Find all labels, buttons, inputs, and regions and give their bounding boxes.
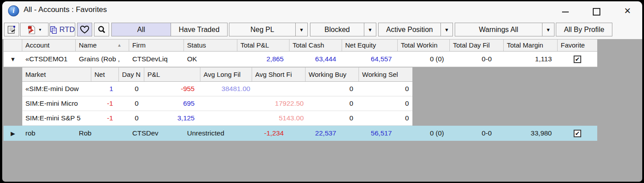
column-header-avg-long-fill[interactable]: Avg Long Fil	[200, 68, 252, 81]
filter-have-traded-button[interactable]: Have Traded	[171, 23, 228, 36]
position-row[interactable]: SIM:E-mini S&P 5 -1 0 3,125 5143.00 0 0	[22, 111, 412, 126]
account-row[interactable]: ▼ «CTSDEMO1 Grains (Rob , CTSDevLiq OK 2…	[4, 52, 597, 67]
accounts-table: Account Name▲ Firm Status Total P&L Tota…	[4, 39, 597, 141]
positions-header-row: Market Net Day N P&L Avg Long Fil Avg Sh…	[22, 67, 412, 82]
cell-pnl: 695	[144, 96, 200, 111]
cell-working-buys: 0	[306, 111, 359, 125]
column-header-total-day-fill[interactable]: Total Day Fil	[450, 40, 504, 51]
cell-day-net: 0	[119, 111, 144, 125]
filter-label: Blocked	[325, 26, 350, 34]
filter-neg-pl-button[interactable]: Neg PL	[229, 23, 296, 36]
filter-label: Have Traded	[179, 26, 220, 34]
cell-avg-short-fill: 17922.50	[252, 96, 306, 111]
column-header-working-sells[interactable]: Working Sel	[359, 68, 412, 81]
filter-label: Neg PL	[250, 26, 274, 34]
cell-net: -1	[91, 111, 119, 125]
column-header-working-buys[interactable]: Working Buy	[306, 68, 359, 81]
cell-net: 1	[91, 82, 119, 96]
cell-favorite: ✔	[558, 126, 597, 141]
column-header-status[interactable]: Status	[184, 40, 237, 51]
filter-label: All	[137, 26, 145, 34]
cell-account: rob	[22, 126, 76, 141]
app-window: i All - Accounts : Favorites ✕ ▾	[2, 1, 642, 182]
filter-blocked-button[interactable]: Blocked	[310, 23, 364, 36]
account-row-selected[interactable]: ▶ rob Rob CTSDev Unrestricted -1,234 22,…	[4, 126, 597, 141]
cell-working-sells: 0	[359, 82, 412, 96]
export-pdf-button[interactable]: ▾	[20, 23, 49, 36]
properties-icon	[7, 25, 16, 34]
filter-neg-pl-dropdown[interactable]: ▼	[295, 23, 308, 36]
cell-total-cash: 63,444	[289, 52, 342, 67]
column-header-total-margin[interactable]: Total Margin	[504, 40, 558, 51]
chevron-down-icon: ▼	[444, 27, 449, 32]
filter-warnings-all-dropdown[interactable]: ▼	[542, 23, 554, 36]
position-row[interactable]: «SIM:E-mini Dow 1 0 -955 38481.00 0 0	[22, 82, 412, 96]
properties-button[interactable]	[4, 23, 19, 36]
chevron-down-icon: ▼	[368, 27, 373, 32]
filter-active-position-button[interactable]: Active Position	[378, 23, 441, 36]
cell-account: «CTSDEMO1	[22, 52, 76, 67]
rtd-label: RTD	[59, 25, 75, 34]
column-header-total-working[interactable]: Total Workin	[398, 40, 450, 51]
row-expander-collapsed[interactable]: ▶	[4, 126, 22, 141]
cell-market: «SIM:E-mini Dow	[22, 82, 91, 96]
cell-avg-short-fill: 5143.00	[252, 111, 306, 125]
filter-label: Warnings All	[479, 26, 518, 34]
window-title: All - Accounts : Favorites	[24, 5, 107, 14]
cell-total-margin: 33,980	[504, 126, 558, 141]
cell-market: SIM:E-mini Micro	[22, 96, 91, 111]
filter-blocked-dropdown[interactable]: ▼	[364, 23, 376, 36]
cell-firm: CTSDev	[129, 126, 184, 141]
cell-status: Unrestricted	[184, 126, 237, 141]
favorite-checkbox[interactable]: ✔	[574, 130, 581, 137]
cell-working-buys: 0	[306, 82, 359, 96]
column-header-total-pnl[interactable]: Total P&L	[237, 40, 289, 51]
favorite-checkbox[interactable]: ✔	[574, 56, 581, 63]
cell-avg-long-fill	[200, 96, 252, 111]
filter-warnings-all-button[interactable]: Warnings All	[455, 23, 542, 36]
column-header-net[interactable]: Net	[91, 68, 119, 81]
row-expander-expanded[interactable]: ▼	[4, 52, 22, 67]
info-icon: i	[8, 5, 19, 16]
heart-icon	[80, 25, 90, 34]
cell-total-day-fill: 0-0	[450, 126, 504, 141]
position-row[interactable]: SIM:E-mini Micro -1 0 695 17922.50 0 0	[22, 96, 412, 111]
search-button[interactable]	[94, 23, 109, 36]
column-header-avg-short-fill[interactable]: Avg Short Fi	[252, 68, 306, 81]
title-bar: i All - Accounts : Favorites ✕	[2, 1, 642, 20]
cell-total-pnl: 2,865	[237, 52, 289, 67]
cell-total-pnl: -1,234	[237, 126, 289, 141]
cell-total-day-fill: 0-0	[450, 52, 504, 67]
rtd-copy-button[interactable]: RTD	[49, 23, 75, 36]
column-header-net-equity[interactable]: Net Equity	[342, 40, 398, 51]
favorites-toggle-button[interactable]	[77, 23, 92, 36]
filter-all-button[interactable]: All	[111, 23, 171, 36]
minimize-button[interactable]	[558, 5, 572, 16]
column-header-day-net[interactable]: Day N	[119, 68, 144, 81]
cell-total-working: 0 (0)	[398, 126, 450, 141]
column-header-total-cash[interactable]: Total Cash	[289, 40, 342, 51]
positions-table: Market Net Day N P&L Avg Long Fil Avg Sh…	[22, 67, 412, 126]
pdf-dropdown-icon[interactable]: ▾	[39, 27, 41, 32]
maximize-button[interactable]	[590, 5, 603, 16]
cell-working-sells: 0	[359, 96, 412, 111]
column-header-firm[interactable]: Firm	[129, 40, 184, 51]
filter-label: All By Profile	[564, 26, 604, 34]
filter-all-by-profile-button[interactable]: All By Profile	[556, 23, 612, 36]
pdf-icon	[27, 25, 36, 35]
filter-label: Active Position	[386, 26, 433, 34]
chevron-down-icon: ▼	[546, 27, 551, 32]
chevron-down-icon: ▼	[299, 27, 304, 32]
cell-pnl: 3,125	[144, 111, 200, 125]
column-header-pnl[interactable]: P&L	[144, 68, 200, 81]
filter-active-position-dropdown[interactable]: ▼	[440, 23, 453, 36]
close-button[interactable]: ✕	[621, 5, 634, 16]
accounts-header-row: Account Name▲ Firm Status Total P&L Tota…	[4, 39, 597, 52]
cell-avg-short-fill	[252, 82, 306, 96]
column-header-account[interactable]: Account	[22, 40, 76, 51]
cell-name: Grains (Rob ,	[76, 52, 129, 67]
column-header-market[interactable]: Market	[22, 68, 91, 81]
cell-firm: CTSDevLiq	[129, 52, 184, 67]
column-header-name[interactable]: Name▲	[76, 40, 129, 51]
column-header-favorite[interactable]: Favorite	[558, 40, 597, 51]
